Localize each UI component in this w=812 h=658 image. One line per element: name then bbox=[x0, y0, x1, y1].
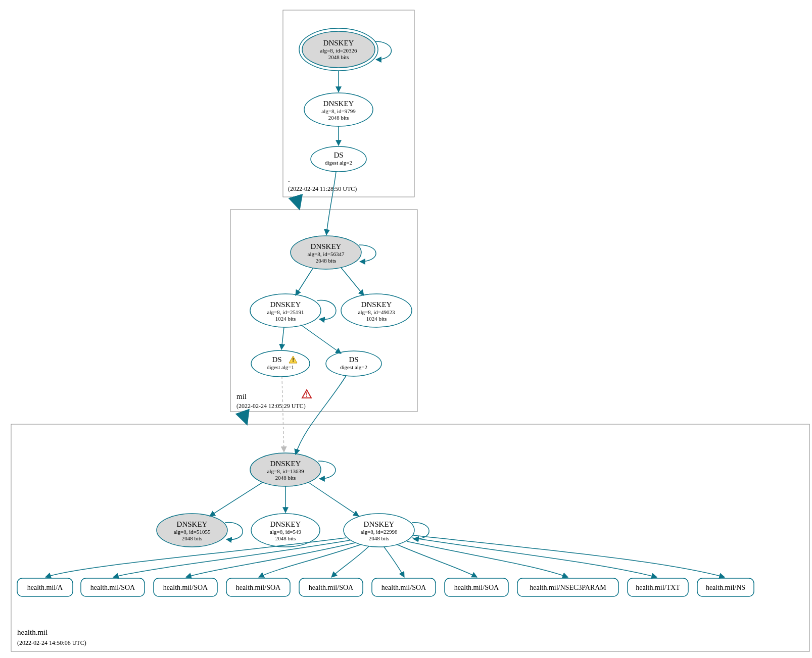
node-health-dnskey-b: DNSKEY alg=8, id=549 2048 bits bbox=[251, 514, 320, 547]
svg-text:alg=8, id=13639: alg=8, id=13639 bbox=[267, 468, 304, 474]
edge-delegation-mil-to-health bbox=[243, 413, 247, 423]
svg-text:alg=8, id=20326: alg=8, id=20326 bbox=[320, 47, 357, 54]
edge-delegation-root-to-mil bbox=[296, 198, 299, 208]
zone-mil-label: mil bbox=[236, 392, 247, 400]
svg-text:DNSKEY: DNSKEY bbox=[323, 39, 354, 47]
svg-text:health.mil/TXT: health.mil/TXT bbox=[636, 584, 680, 591]
rrset-1: health.mil/SOA bbox=[81, 578, 145, 596]
svg-text:DNSKEY: DNSKEY bbox=[311, 242, 342, 250]
svg-text:alg=8, id=25191: alg=8, id=25191 bbox=[267, 309, 304, 315]
node-mil-ds-ok: DS digest alg=2 bbox=[326, 351, 381, 376]
rrset-4: health.mil/SOA bbox=[299, 578, 363, 596]
node-health-dnskey-a: DNSKEY alg=8, id=51055 2048 bits bbox=[157, 514, 227, 547]
node-root-ds: DS digest alg=2 bbox=[311, 146, 366, 172]
rrset-8: health.mil/TXT bbox=[628, 578, 688, 596]
svg-text:DNSKEY: DNSKEY bbox=[364, 520, 395, 528]
svg-text:!: ! bbox=[306, 391, 308, 398]
svg-text:DNSKEY: DNSKEY bbox=[270, 300, 301, 309]
node-mil-dnskey-b: DNSKEY alg=8, id=49023 1024 bits bbox=[341, 294, 412, 327]
svg-text:2048 bits: 2048 bits bbox=[369, 535, 390, 541]
node-mil-dnskey-a: DNSKEY alg=8, id=25191 1024 bits bbox=[250, 294, 321, 327]
svg-text:alg=8, id=56347: alg=8, id=56347 bbox=[308, 251, 345, 257]
svg-text:alg=8, id=49023: alg=8, id=49023 bbox=[358, 309, 395, 315]
rrset-3: health.mil/SOA bbox=[226, 578, 290, 596]
svg-text:2048 bits: 2048 bits bbox=[182, 535, 203, 541]
zone-mil-time: (2022-02-24 12:05:29 UTC) bbox=[236, 402, 306, 410]
svg-point-24 bbox=[251, 350, 310, 377]
node-root-dnskey-zsk: DNSKEY alg=8, id=9799 2048 bits bbox=[304, 93, 373, 126]
rrset-5: health.mil/SOA bbox=[372, 578, 436, 596]
node-mil-ds-warn: DS digest alg=1 ! bbox=[251, 350, 310, 377]
svg-text:digest alg=2: digest alg=2 bbox=[325, 160, 352, 166]
svg-point-28 bbox=[326, 351, 381, 376]
svg-text:health.mil/NSEC3PARAM: health.mil/NSEC3PARAM bbox=[530, 584, 606, 591]
svg-text:1024 bits: 1024 bits bbox=[366, 316, 387, 322]
svg-text:1024 bits: 1024 bits bbox=[275, 316, 296, 322]
svg-text:!: ! bbox=[292, 357, 294, 363]
svg-text:health.mil/SOA: health.mil/SOA bbox=[236, 584, 281, 591]
dnssec-diagram: . (2022-02-24 11:28:50 UTC) DNSKEY alg=8… bbox=[5, 5, 812, 658]
svg-text:DS: DS bbox=[349, 356, 358, 364]
svg-text:digest alg=2: digest alg=2 bbox=[340, 364, 367, 370]
svg-text:health.mil/SOA: health.mil/SOA bbox=[90, 584, 135, 591]
error-icon: ! bbox=[302, 390, 311, 398]
rrset-0: health.mil/A bbox=[17, 578, 73, 596]
svg-text:health.mil/SOA: health.mil/SOA bbox=[381, 584, 426, 591]
svg-text:alg=8, id=51055: alg=8, id=51055 bbox=[174, 529, 211, 535]
rrset-7: health.mil/NSEC3PARAM bbox=[517, 578, 618, 596]
svg-text:alg=8, id=22998: alg=8, id=22998 bbox=[361, 529, 398, 535]
svg-text:health.mil/SOA: health.mil/SOA bbox=[309, 584, 354, 591]
svg-text:health.mil/SOA: health.mil/SOA bbox=[163, 584, 208, 591]
node-root-dnskey-ksk: DNSKEY alg=8, id=20326 2048 bits bbox=[299, 28, 378, 71]
svg-text:2048 bits: 2048 bits bbox=[328, 115, 349, 121]
svg-text:alg=8, id=549: alg=8, id=549 bbox=[270, 529, 301, 535]
zone-root-label: . bbox=[288, 175, 290, 183]
svg-text:DNSKEY: DNSKEY bbox=[270, 520, 301, 528]
svg-text:2048 bits: 2048 bits bbox=[275, 535, 296, 541]
svg-text:digest alg=1: digest alg=1 bbox=[267, 364, 294, 370]
zone-health-time: (2022-02-24 14:50:06 UTC) bbox=[17, 639, 86, 646]
zone-health-label: health.mil bbox=[17, 628, 47, 636]
svg-text:DNSKEY: DNSKEY bbox=[361, 300, 392, 309]
svg-text:alg=8, id=9799: alg=8, id=9799 bbox=[321, 108, 356, 114]
rrset-2: health.mil/SOA bbox=[154, 578, 217, 596]
svg-text:2048 bits: 2048 bits bbox=[275, 475, 296, 481]
node-mil-dnskey-ksk: DNSKEY alg=8, id=56347 2048 bits bbox=[291, 236, 361, 269]
rrset-6: health.mil/SOA bbox=[445, 578, 508, 596]
svg-text:DNSKEY: DNSKEY bbox=[270, 460, 301, 468]
svg-text:DS: DS bbox=[272, 356, 281, 364]
zone-root-time: (2022-02-24 11:28:50 UTC) bbox=[288, 185, 357, 192]
svg-text:DS: DS bbox=[333, 151, 343, 159]
svg-text:health.mil/NS: health.mil/NS bbox=[706, 584, 745, 591]
svg-text:health.mil/A: health.mil/A bbox=[27, 584, 63, 591]
svg-text:2048 bits: 2048 bits bbox=[316, 258, 337, 264]
svg-text:DNSKEY: DNSKEY bbox=[323, 99, 354, 108]
svg-text:DNSKEY: DNSKEY bbox=[177, 520, 208, 528]
svg-point-9 bbox=[311, 146, 366, 172]
svg-text:health.mil/SOA: health.mil/SOA bbox=[454, 584, 499, 591]
rrset-9: health.mil/NS bbox=[697, 578, 754, 596]
svg-text:2048 bits: 2048 bits bbox=[328, 54, 349, 60]
node-health-dnskey-c: DNSKEY alg=8, id=22998 2048 bits bbox=[344, 514, 414, 547]
node-health-dnskey-ksk: DNSKEY alg=8, id=13639 2048 bits bbox=[250, 453, 321, 486]
